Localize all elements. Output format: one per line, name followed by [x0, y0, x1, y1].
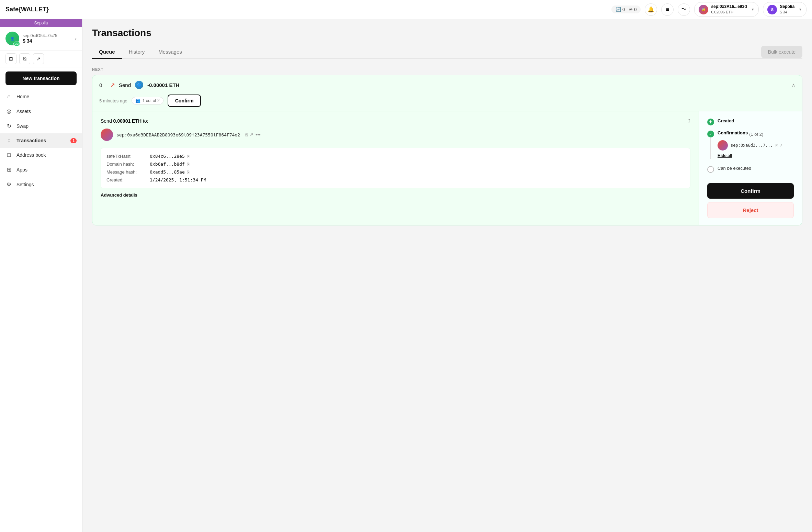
can-execute-label: Can be executed	[718, 166, 794, 171]
sidebar-item-settings-label: Settings	[16, 182, 34, 187]
tx-header[interactable]: 0 ↗ Send 🔷 -0.00001 ETH ∧	[92, 75, 802, 95]
pending-messages-pill[interactable]: ✳ 0	[629, 7, 636, 12]
layers-icon: ≡	[666, 7, 669, 13]
pending-transactions-pill[interactable]: 🔄 0	[616, 7, 625, 12]
topnav: Safe{WALLET} 🔄 0 ✳ 0 🔔 ≡ 〜 🔐 sep:0x3A16.…	[0, 0, 812, 19]
app-logo: Safe{WALLET}	[5, 6, 49, 13]
account-address: sep:0x3A16...e93d	[711, 4, 747, 10]
sidebar-item-transactions[interactable]: ↕ Transactions 1	[0, 133, 82, 148]
main-content: Transactions Queue History Messages Bulk…	[82, 19, 812, 532]
sidebar-account-avatar: 👤 2/2	[5, 32, 19, 45]
layers-button[interactable]: ≡	[661, 3, 674, 16]
can-execute-dot	[707, 166, 714, 173]
export-action-button[interactable]: ↗	[33, 53, 44, 64]
timeline-confirmations: ✓ Confirmations (1 of 2) sep:	[707, 130, 794, 162]
confirmer-link-icon[interactable]: ↗	[779, 143, 782, 148]
activity-icon: 〜	[681, 6, 687, 13]
confirmations-count: (1 of 2)	[749, 132, 763, 137]
domain-hash-label: Domain hash:	[106, 162, 148, 167]
sidebar-item-swap-label: Swap	[16, 123, 29, 129]
swap-icon: ↻	[5, 123, 12, 129]
copy-action-button[interactable]: ⎘	[19, 53, 30, 64]
sidebar: Sepolia 👤 2/2 sep:0xdO54...0c75 $ 34 › ⊞…	[0, 19, 82, 532]
safe-tx-hash-row: safeTxHash: 0x84c6...28e5 ⎘	[106, 154, 685, 159]
tx-confirm-button[interactable]: Confirm	[168, 95, 201, 107]
sidebar-item-swap[interactable]: ↻ Swap	[0, 119, 82, 133]
recipient-more-icon[interactable]: •••	[256, 132, 261, 137]
tx-time: 5 minutes ago	[99, 98, 127, 103]
sidebar-item-address-book-label: Address book	[16, 152, 46, 158]
recipient-address: sep:0xa6d3DEBAAB2B8O93e69lO9f23A755OlF86…	[116, 132, 240, 137]
sidebar-item-apps[interactable]: ⊞ Apps	[0, 162, 82, 177]
confirmations-dot: ✓	[707, 131, 714, 137]
tab-history[interactable]: History	[122, 45, 152, 59]
sidebar-nav: ⌂ Home ◎ Assets ↻ Swap ↕ Transactions 1 …	[0, 89, 82, 532]
sidebar-account-info: sep:0xdO54...0c75 $ 34	[23, 33, 71, 44]
new-transaction-button[interactable]: New transaction	[5, 71, 77, 85]
network-avatar: S	[767, 5, 777, 14]
confirmer-row: sep:0xa6d3...7... ⎘ ↗	[718, 140, 794, 151]
message-hash-label: Message hash:	[106, 169, 148, 175]
tx-pill-icon: 🔄	[616, 7, 621, 12]
safe-tx-hash-copy-icon[interactable]: ⎘	[187, 154, 189, 159]
created-label: Created:	[106, 177, 148, 182]
domain-hash-value: 0xb6af...b8df	[150, 162, 185, 167]
safe-tx-hash-label: safeTxHash:	[106, 154, 148, 159]
grid-action-button[interactable]: ⊞	[5, 53, 16, 64]
sidebar-account-chevron-icon[interactable]: ›	[75, 36, 77, 41]
tab-queue[interactable]: Queue	[92, 45, 122, 59]
sidebar-account-name: sep:0xdO54...0c75	[23, 33, 71, 38]
tx-expand-chevron-icon[interactable]: ∧	[792, 82, 795, 88]
account-selector[interactable]: 🔐 sep:0x3A16...e93d 0.02096 ETH ▼	[694, 2, 759, 16]
sidebar-item-address-book[interactable]: □ Address book	[0, 148, 82, 162]
tx-confirmations-badge: 👥 1 out of 2	[132, 97, 163, 104]
advanced-details-link[interactable]: Advanced details	[101, 192, 690, 198]
tab-messages[interactable]: Messages	[151, 45, 189, 59]
apps-icon: ⊞	[5, 166, 12, 173]
message-hash-copy-icon[interactable]: ⎘	[187, 170, 189, 175]
right-reject-button[interactable]: Reject	[707, 202, 794, 218]
created-value: 1/24/2025, 1:51:34 PM	[150, 177, 206, 182]
activity-button[interactable]: 〜	[678, 3, 690, 16]
timeline: ✚ Created ✓ Con	[707, 118, 794, 178]
transactions-badge: 1	[70, 138, 77, 143]
created-title: Created	[718, 118, 794, 123]
bulk-execute-button[interactable]: Bulk execute	[761, 46, 802, 58]
bell-button[interactable]: 🔔	[645, 3, 657, 16]
tx-hash-section: safeTxHash: 0x84c6...28e5 ⎘ Domain hash:…	[101, 148, 690, 188]
app-logo-bracket: {WALLET}	[19, 6, 49, 13]
sidebar-item-assets[interactable]: ◎ Assets	[0, 104, 82, 119]
network-selector[interactable]: S Sepolia $ 34 ▼	[763, 2, 807, 16]
recipient-action-icons: ⎘ ↗ •••	[245, 132, 261, 137]
right-confirm-button[interactable]: Confirm	[707, 183, 794, 199]
tx-send-line: Send 0.00001 ETH to: ⤴	[101, 118, 690, 124]
network-balance: $ 34	[780, 10, 794, 15]
account-info: sep:0x3A16...e93d 0.02096 ETH	[711, 4, 747, 15]
tabs-bar: Queue History Messages Bulk execute	[92, 45, 802, 59]
domain-hash-row: Domain hash: 0xb6af...b8df ⎘	[106, 162, 685, 167]
tx-body: Send 0.00001 ETH to: ⤴ sep:0xa6d3DEBAAB2…	[92, 111, 802, 225]
sidebar-actions: ⊞ ⎘ ↗	[0, 51, 82, 67]
tx-send-amount: 0.00001 ETH	[113, 118, 142, 124]
message-hash-value: 0xadd5...85ae	[150, 169, 185, 175]
page-title: Transactions	[92, 27, 802, 38]
hide-all-link[interactable]: Hide all	[718, 153, 794, 158]
message-hash-row: Message hash: 0xadd5...85ae ⎘	[106, 169, 685, 175]
share-icon[interactable]: ⤴	[688, 118, 690, 124]
confirmer-copy-icon[interactable]: ⎘	[776, 143, 778, 148]
account-avatar: 🔐	[699, 5, 708, 14]
timeline-created: ✚ Created	[707, 118, 794, 125]
sidebar-item-settings[interactable]: ⚙ Settings	[0, 177, 82, 192]
confirmations-content: Confirmations (1 of 2) sep:0xa6d3...7...…	[718, 130, 794, 162]
tx-token-icon: 🔷	[135, 81, 143, 89]
account-badge: 2/2	[13, 42, 20, 46]
recipient-copy-icon[interactable]: ⎘	[245, 132, 248, 137]
confirmer-address: sep:0xa6d3...7...	[731, 143, 773, 148]
tx-detail-right: ✚ Created ✓ Con	[699, 111, 802, 225]
transaction-card: 0 ↗ Send 🔷 -0.00001 ETH ∧ 5 minutes ago …	[92, 75, 802, 225]
sidebar-item-home[interactable]: ⌂ Home	[0, 89, 82, 104]
domain-hash-copy-icon[interactable]: ⎘	[187, 162, 189, 167]
confirmations-title: Confirmations	[718, 130, 748, 135]
confirmer-action-icons: ⎘ ↗	[776, 143, 782, 148]
recipient-link-icon[interactable]: ↗	[250, 132, 253, 137]
